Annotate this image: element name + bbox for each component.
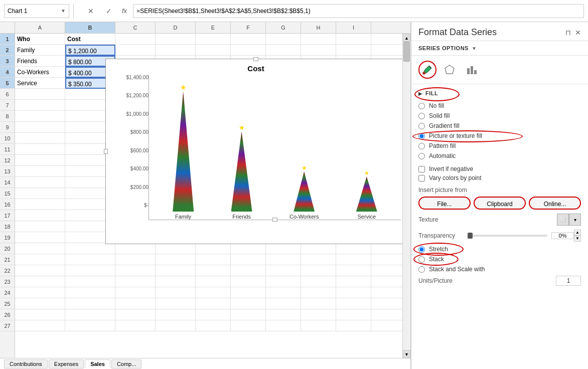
row-num-8[interactable]: 8 — [0, 111, 15, 122]
cell-23-b[interactable] — [65, 276, 115, 287]
cell-26-e[interactable] — [196, 309, 231, 320]
row-num-27[interactable]: 27 — [0, 320, 15, 331]
invert-negative-label[interactable]: Invert if negative — [429, 165, 473, 172]
cell-27-e[interactable] — [196, 320, 231, 331]
row-num-18[interactable]: 18 — [0, 221, 15, 232]
row-num-6[interactable]: 6 — [0, 89, 15, 100]
col-header-f[interactable]: F — [231, 22, 266, 33]
cell-20-c[interactable] — [115, 243, 156, 254]
row-num-5[interactable]: 5 — [0, 78, 15, 89]
col-header-a[interactable]: A — [15, 22, 65, 33]
cell-27-c[interactable] — [115, 320, 156, 331]
gradient-fill-label[interactable]: Gradient fill — [429, 122, 460, 129]
cell-23-d[interactable] — [156, 276, 196, 287]
row-num-9[interactable]: 9 — [0, 122, 15, 133]
scroll-up-btn[interactable]: ▲ — [403, 34, 410, 42]
cell-26-d[interactable] — [156, 309, 196, 320]
row-num-14[interactable]: 14 — [0, 177, 15, 188]
cell-1-g[interactable] — [266, 34, 301, 45]
cell-21-c[interactable] — [115, 254, 156, 265]
transparency-input[interactable] — [551, 232, 574, 239]
cell-25-h[interactable] — [301, 298, 336, 309]
cell-25-d[interactable] — [156, 298, 196, 309]
row-num-19[interactable]: 19 — [0, 232, 15, 243]
row-num-7[interactable]: 7 — [0, 100, 15, 111]
cell-17-a[interactable] — [15, 210, 65, 221]
chart-handle-left[interactable] — [104, 149, 108, 154]
cell-12-a[interactable] — [15, 155, 65, 166]
cell-25-i[interactable] — [336, 298, 371, 309]
cell-24-a[interactable] — [15, 287, 65, 298]
col-header-g[interactable]: G — [266, 22, 301, 33]
cell-26-g[interactable] — [266, 309, 301, 320]
cell-25-b[interactable] — [65, 298, 115, 309]
cell-25-g[interactable] — [266, 298, 301, 309]
stack-scale-radio[interactable] — [418, 266, 425, 273]
chart-name-box[interactable]: Chart 1 ▼ — [4, 4, 69, 18]
scroll-thumb[interactable] — [403, 42, 410, 62]
bar-coworkers[interactable]: ★ Co-Workers — [289, 164, 319, 220]
cell-15-a[interactable] — [15, 188, 65, 199]
stretch-radio[interactable] — [418, 246, 425, 253]
cell-27-g[interactable] — [266, 320, 301, 331]
cell-21-b[interactable] — [65, 254, 115, 265]
cell-23-i[interactable] — [336, 276, 371, 287]
tab-contributions[interactable]: Contributions — [4, 359, 48, 368]
texture-btn[interactable]: ⬜ — [557, 214, 569, 226]
cell-25-a[interactable] — [15, 298, 65, 309]
row-num-1[interactable]: 1 — [0, 34, 15, 45]
tab-comp[interactable]: Comp... — [111, 359, 142, 368]
cell-23-h[interactable] — [301, 276, 336, 287]
cell-14-a[interactable] — [15, 177, 65, 188]
stack-label[interactable]: Stack — [429, 256, 444, 263]
cell-26-a[interactable] — [15, 309, 65, 320]
pattern-fill-radio[interactable] — [418, 143, 425, 149]
cancel-button[interactable]: ✕ — [84, 4, 98, 18]
cell-1-e[interactable] — [196, 34, 231, 45]
picture-fill-radio[interactable] — [418, 133, 425, 139]
corner-cell[interactable] — [0, 22, 15, 33]
solid-fill-radio[interactable] — [418, 113, 425, 119]
row-num-22[interactable]: 22 — [0, 265, 15, 276]
cell-2-e[interactable] — [196, 45, 231, 56]
cell-1-a[interactable]: Who — [15, 34, 65, 45]
cell-10-a[interactable] — [15, 133, 65, 144]
cell-3-a[interactable]: Friends — [15, 56, 65, 67]
cell-24-b[interactable] — [65, 287, 115, 298]
cell-22-g[interactable] — [266, 265, 301, 276]
texture-dropdown[interactable]: ⬜ ▾ — [557, 214, 581, 226]
cell-23-f[interactable] — [231, 276, 266, 287]
chart-handle-top[interactable] — [253, 57, 258, 61]
cell-22-f[interactable] — [231, 265, 266, 276]
cell-22-e[interactable] — [196, 265, 231, 276]
pattern-fill-label[interactable]: Pattern fill — [429, 142, 456, 149]
cell-26-b[interactable] — [65, 309, 115, 320]
cell-25-c[interactable] — [115, 298, 156, 309]
online-btn[interactable]: Online... — [529, 197, 581, 210]
cell-9-a[interactable] — [15, 122, 65, 133]
cell-2-c[interactable] — [115, 45, 156, 56]
no-fill-radio[interactable] — [418, 103, 425, 109]
cell-27-i[interactable] — [336, 320, 371, 331]
cell-22-d[interactable] — [156, 265, 196, 276]
units-input[interactable] — [556, 276, 581, 286]
cell-20-d[interactable] — [156, 243, 196, 254]
row-num-24[interactable]: 24 — [0, 287, 15, 298]
automatic-label[interactable]: Automatic — [429, 152, 456, 159]
cell-26-h[interactable] — [301, 309, 336, 320]
cell-21-i[interactable] — [336, 254, 371, 265]
stack-scale-label[interactable]: Stack and Scale with — [429, 266, 485, 273]
row-num-17[interactable]: 17 — [0, 210, 15, 221]
row-num-12[interactable]: 12 — [0, 155, 15, 166]
cell-25-f[interactable] — [231, 298, 266, 309]
texture-dropdown-arrow[interactable]: ▾ — [569, 214, 581, 226]
no-fill-label[interactable]: No fill — [429, 102, 444, 109]
scroll-down-btn[interactable]: ▼ — [403, 350, 410, 358]
cell-20-e[interactable] — [196, 243, 231, 254]
cell-7-a[interactable] — [15, 100, 65, 111]
cell-1-c[interactable] — [115, 34, 156, 45]
row-num-15[interactable]: 15 — [0, 188, 15, 199]
cell-8-a[interactable] — [15, 111, 65, 122]
fill-icon-btn[interactable] — [418, 61, 436, 79]
cell-6-a[interactable] — [15, 89, 65, 100]
